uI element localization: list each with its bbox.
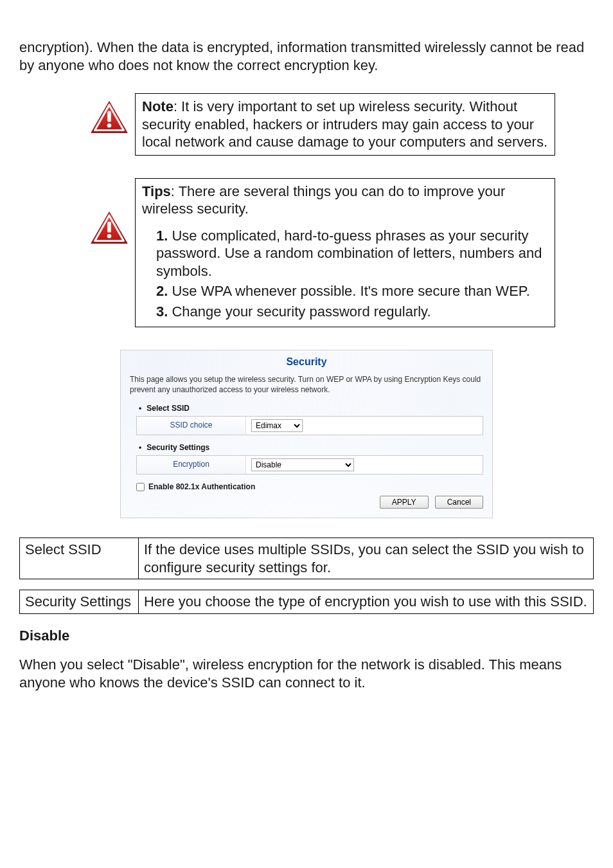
svg-point-3: [107, 123, 112, 128]
apply-button[interactable]: APPLY: [380, 496, 429, 509]
security-settings-table: Security Settings Here you choose the ty…: [19, 590, 594, 614]
tips-item: 1. Use complicated, hard-to-guess phrase…: [156, 227, 548, 280]
tips-item-text: Use complicated, hard-to-guess phrases a…: [156, 228, 542, 279]
encryption-label: Encryption: [137, 456, 246, 474]
encryption-row: Encryption Disable: [136, 455, 483, 475]
intro-paragraph: encryption). When the data is encrypted,…: [19, 39, 594, 74]
tips-box: Tips: There are several things you can d…: [135, 178, 555, 328]
ssid-choice-select[interactable]: Edimax: [251, 419, 303, 432]
panel-title: Security: [130, 356, 483, 368]
enable-8021x-label: Enable 802.1x Authentication: [148, 482, 255, 492]
security-settings-header: Security Settings: [139, 443, 483, 453]
note-callout: Note: It is very important to set up wir…: [84, 93, 555, 156]
security-settings-value: Here you choose the type of encryption y…: [139, 590, 594, 614]
warning-icon: [90, 210, 129, 246]
disable-paragraph: When you select "Disable", wireless encr…: [19, 656, 594, 691]
tips-item-text: Change your security password regularly.: [172, 303, 431, 320]
security-settings-key: Security Settings: [20, 590, 139, 614]
note-label: Note: [142, 98, 173, 114]
svg-point-7: [107, 233, 112, 238]
note-box: Note: It is very important to set up wir…: [135, 93, 555, 156]
svg-rect-2: [107, 111, 111, 122]
cancel-button[interactable]: Cancel: [435, 496, 483, 509]
tips-item: 3. Change your security password regular…: [156, 303, 548, 321]
select-ssid-table: Select SSID If the device uses multiple …: [19, 538, 594, 579]
tips-item: 2. Use WPA whenever possible. It's more …: [156, 282, 548, 300]
encryption-select[interactable]: Disable: [251, 458, 354, 471]
disable-heading: Disable: [19, 627, 594, 645]
panel-description: This page allows you setup the wireless …: [130, 375, 483, 395]
table-row: Security Settings Here you choose the ty…: [20, 590, 594, 614]
tips-callout: Tips: There are several things you can d…: [84, 178, 555, 328]
auth-row: Enable 802.1x Authentication: [136, 482, 483, 492]
ssid-choice-label: SSID choice: [137, 417, 246, 435]
select-ssid-value: If the device uses multiple SSIDs, you c…: [139, 538, 594, 579]
tips-lead: : There are several things you can do to…: [142, 183, 505, 217]
tips-item-text: Use WPA whenever possible. It's more sec…: [172, 283, 529, 299]
note-text: : It is very important to set up wireles…: [142, 98, 547, 150]
table-row: Select SSID If the device uses multiple …: [20, 538, 594, 579]
tips-label: Tips: [142, 183, 171, 199]
select-ssid-key: Select SSID: [20, 538, 139, 579]
svg-rect-6: [107, 221, 111, 232]
enable-8021x-checkbox[interactable]: [136, 483, 145, 491]
ssid-choice-row: SSID choice Edimax: [136, 416, 483, 435]
warning-icon: [90, 100, 129, 136]
security-panel: Security This page allows you setup the …: [120, 350, 493, 518]
tips-list: 1. Use complicated, hard-to-guess phrase…: [156, 227, 548, 321]
select-ssid-header: Select SSID: [139, 404, 483, 413]
